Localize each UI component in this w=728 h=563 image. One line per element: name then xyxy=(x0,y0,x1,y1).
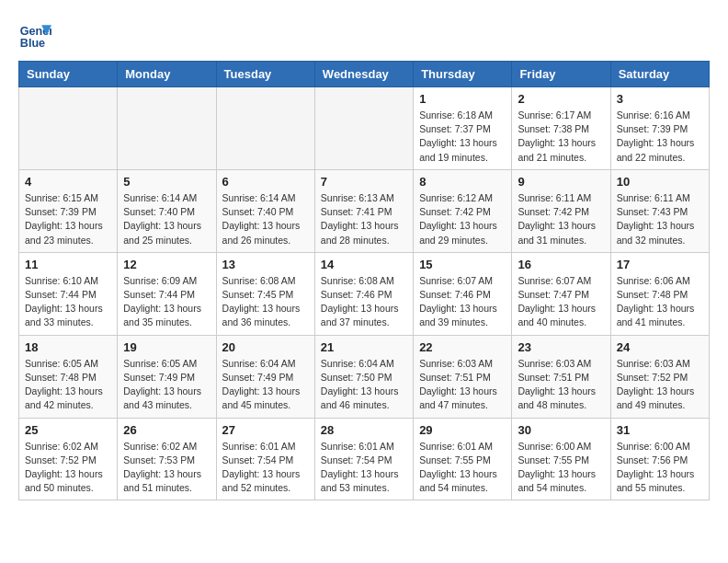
header: General Blue xyxy=(18,18,710,52)
day-info: Sunrise: 6:14 AM Sunset: 7:40 PM Dayligh… xyxy=(123,191,210,247)
calendar-cell: 3Sunrise: 6:16 AM Sunset: 7:39 PM Daylig… xyxy=(610,87,709,170)
day-number: 21 xyxy=(321,340,407,354)
weekday-header-tuesday: Tuesday xyxy=(216,62,314,87)
day-number: 28 xyxy=(321,423,407,437)
calendar-cell xyxy=(216,87,314,170)
calendar-cell: 28Sunrise: 6:01 AM Sunset: 7:54 PM Dayli… xyxy=(314,418,413,500)
day-info: Sunrise: 6:02 AM Sunset: 7:52 PM Dayligh… xyxy=(25,440,111,496)
day-number: 5 xyxy=(123,175,210,189)
day-info: Sunrise: 6:08 AM Sunset: 7:45 PM Dayligh… xyxy=(222,274,309,330)
week-row-3: 11Sunrise: 6:10 AM Sunset: 7:44 PM Dayli… xyxy=(19,252,710,335)
weekday-header-friday: Friday xyxy=(512,62,610,87)
weekday-header-thursday: Thursday xyxy=(414,62,512,87)
day-info: Sunrise: 6:03 AM Sunset: 7:51 PM Dayligh… xyxy=(518,357,604,413)
calendar-cell: 9Sunrise: 6:11 AM Sunset: 7:42 PM Daylig… xyxy=(512,169,610,252)
weekday-header-sunday: Sunday xyxy=(19,62,118,87)
day-info: Sunrise: 6:07 AM Sunset: 7:47 PM Dayligh… xyxy=(518,274,604,330)
week-row-1: 1Sunrise: 6:18 AM Sunset: 7:37 PM Daylig… xyxy=(19,87,710,170)
day-info: Sunrise: 6:08 AM Sunset: 7:46 PM Dayligh… xyxy=(321,274,407,330)
day-number: 27 xyxy=(222,423,309,437)
calendar-cell: 18Sunrise: 6:05 AM Sunset: 7:48 PM Dayli… xyxy=(19,335,118,418)
day-info: Sunrise: 6:12 AM Sunset: 7:42 PM Dayligh… xyxy=(419,191,506,247)
logo: General Blue xyxy=(18,18,55,52)
day-info: Sunrise: 6:04 AM Sunset: 7:49 PM Dayligh… xyxy=(222,357,309,413)
day-number: 23 xyxy=(518,340,604,354)
weekday-header-monday: Monday xyxy=(118,62,216,87)
day-info: Sunrise: 6:07 AM Sunset: 7:46 PM Dayligh… xyxy=(419,274,506,330)
day-info: Sunrise: 6:05 AM Sunset: 7:49 PM Dayligh… xyxy=(123,357,210,413)
day-info: Sunrise: 6:01 AM Sunset: 7:54 PM Dayligh… xyxy=(222,440,309,496)
day-number: 14 xyxy=(321,258,407,271)
day-number: 26 xyxy=(123,423,210,437)
day-number: 29 xyxy=(419,423,506,437)
calendar-cell: 15Sunrise: 6:07 AM Sunset: 7:46 PM Dayli… xyxy=(414,252,512,335)
calendar-cell: 6Sunrise: 6:14 AM Sunset: 7:40 PM Daylig… xyxy=(216,169,314,252)
calendar-cell: 25Sunrise: 6:02 AM Sunset: 7:52 PM Dayli… xyxy=(19,418,118,500)
calendar-cell: 4Sunrise: 6:15 AM Sunset: 7:39 PM Daylig… xyxy=(19,169,118,252)
day-info: Sunrise: 6:04 AM Sunset: 7:50 PM Dayligh… xyxy=(321,357,407,413)
day-number: 20 xyxy=(222,340,309,354)
calendar-cell: 31Sunrise: 6:00 AM Sunset: 7:56 PM Dayli… xyxy=(610,418,709,500)
calendar-cell xyxy=(118,87,216,170)
calendar-cell: 13Sunrise: 6:08 AM Sunset: 7:45 PM Dayli… xyxy=(216,252,314,335)
day-number: 24 xyxy=(617,340,703,354)
day-number: 15 xyxy=(419,258,506,271)
logo-icon: General Blue xyxy=(18,18,51,52)
day-number: 19 xyxy=(123,340,210,354)
calendar-cell: 30Sunrise: 6:00 AM Sunset: 7:55 PM Dayli… xyxy=(512,418,610,500)
day-number: 6 xyxy=(222,175,309,189)
calendar-cell: 11Sunrise: 6:10 AM Sunset: 7:44 PM Dayli… xyxy=(19,252,118,335)
calendar-cell: 12Sunrise: 6:09 AM Sunset: 7:44 PM Dayli… xyxy=(118,252,216,335)
day-info: Sunrise: 6:06 AM Sunset: 7:48 PM Dayligh… xyxy=(617,274,703,330)
day-number: 16 xyxy=(518,258,604,271)
day-info: Sunrise: 6:18 AM Sunset: 7:37 PM Dayligh… xyxy=(419,109,506,165)
day-info: Sunrise: 6:03 AM Sunset: 7:52 PM Dayligh… xyxy=(617,357,703,413)
calendar-cell: 2Sunrise: 6:17 AM Sunset: 7:38 PM Daylig… xyxy=(512,87,610,170)
day-info: Sunrise: 6:13 AM Sunset: 7:41 PM Dayligh… xyxy=(321,191,407,247)
day-number: 2 xyxy=(518,92,604,106)
calendar-cell: 24Sunrise: 6:03 AM Sunset: 7:52 PM Dayli… xyxy=(610,335,709,418)
day-info: Sunrise: 6:17 AM Sunset: 7:38 PM Dayligh… xyxy=(518,109,604,165)
calendar-cell: 21Sunrise: 6:04 AM Sunset: 7:50 PM Dayli… xyxy=(314,335,413,418)
day-number: 1 xyxy=(419,92,506,106)
calendar-cell: 5Sunrise: 6:14 AM Sunset: 7:40 PM Daylig… xyxy=(118,169,216,252)
day-info: Sunrise: 6:11 AM Sunset: 7:42 PM Dayligh… xyxy=(518,191,604,247)
calendar-cell: 19Sunrise: 6:05 AM Sunset: 7:49 PM Dayli… xyxy=(118,335,216,418)
day-info: Sunrise: 6:09 AM Sunset: 7:44 PM Dayligh… xyxy=(123,274,210,330)
calendar-cell: 17Sunrise: 6:06 AM Sunset: 7:48 PM Dayli… xyxy=(610,252,709,335)
day-info: Sunrise: 6:16 AM Sunset: 7:39 PM Dayligh… xyxy=(617,109,703,165)
calendar-cell: 23Sunrise: 6:03 AM Sunset: 7:51 PM Dayli… xyxy=(512,335,610,418)
weekday-header-wednesday: Wednesday xyxy=(314,62,413,87)
weekday-header-row: SundayMondayTuesdayWednesdayThursdayFrid… xyxy=(19,62,710,87)
day-info: Sunrise: 6:11 AM Sunset: 7:43 PM Dayligh… xyxy=(617,191,703,247)
calendar-cell: 26Sunrise: 6:02 AM Sunset: 7:53 PM Dayli… xyxy=(118,418,216,500)
day-number: 17 xyxy=(617,258,703,271)
calendar-cell xyxy=(314,87,413,170)
day-number: 13 xyxy=(222,258,309,271)
day-number: 22 xyxy=(419,340,506,354)
day-info: Sunrise: 6:01 AM Sunset: 7:55 PM Dayligh… xyxy=(419,440,506,496)
day-info: Sunrise: 6:14 AM Sunset: 7:40 PM Dayligh… xyxy=(222,191,309,247)
calendar-cell: 16Sunrise: 6:07 AM Sunset: 7:47 PM Dayli… xyxy=(512,252,610,335)
day-number: 18 xyxy=(25,340,111,354)
day-number: 31 xyxy=(617,423,703,437)
calendar-cell: 27Sunrise: 6:01 AM Sunset: 7:54 PM Dayli… xyxy=(216,418,314,500)
calendar-cell: 14Sunrise: 6:08 AM Sunset: 7:46 PM Dayli… xyxy=(314,252,413,335)
calendar: SundayMondayTuesdayWednesdayThursdayFrid… xyxy=(18,61,710,500)
calendar-cell: 22Sunrise: 6:03 AM Sunset: 7:51 PM Dayli… xyxy=(414,335,512,418)
day-info: Sunrise: 6:00 AM Sunset: 7:55 PM Dayligh… xyxy=(518,440,604,496)
week-row-5: 25Sunrise: 6:02 AM Sunset: 7:52 PM Dayli… xyxy=(19,418,710,500)
week-row-2: 4Sunrise: 6:15 AM Sunset: 7:39 PM Daylig… xyxy=(19,169,710,252)
day-number: 25 xyxy=(25,423,111,437)
day-info: Sunrise: 6:10 AM Sunset: 7:44 PM Dayligh… xyxy=(25,274,111,330)
day-info: Sunrise: 6:02 AM Sunset: 7:53 PM Dayligh… xyxy=(123,440,210,496)
calendar-cell: 7Sunrise: 6:13 AM Sunset: 7:41 PM Daylig… xyxy=(314,169,413,252)
day-number: 3 xyxy=(617,92,703,106)
day-number: 10 xyxy=(617,175,703,189)
day-info: Sunrise: 6:05 AM Sunset: 7:48 PM Dayligh… xyxy=(25,357,111,413)
day-number: 30 xyxy=(518,423,604,437)
day-number: 4 xyxy=(25,175,111,189)
calendar-cell xyxy=(19,87,118,170)
calendar-cell: 10Sunrise: 6:11 AM Sunset: 7:43 PM Dayli… xyxy=(610,169,709,252)
calendar-cell: 8Sunrise: 6:12 AM Sunset: 7:42 PM Daylig… xyxy=(414,169,512,252)
